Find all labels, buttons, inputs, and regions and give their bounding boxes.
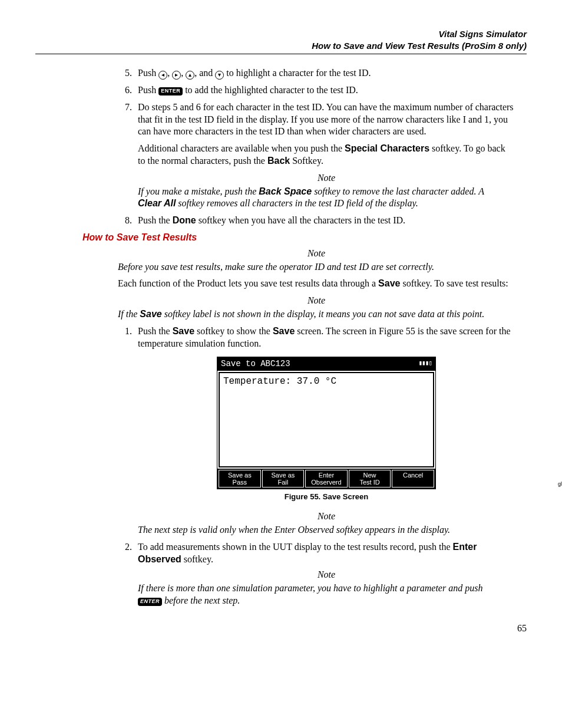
step-7: Do steps 5 and 6 for each character in t… [134,101,515,210]
softkey-new-test-id: NewTest ID [349,470,391,487]
doc-subtitle: How to Save and View Test Results (ProSi… [35,40,527,52]
body-content: Push ◂, ▸, ▴, and ▾ to highlight a chara… [118,67,515,607]
figure-caption: Figure 55. Save Screen [138,492,515,502]
softkey-save-fail: Save asFail [262,470,305,487]
note-3-label: Note [118,295,515,307]
header-rule [35,54,527,54]
step-7-p2: Additional characters are available when… [138,143,515,167]
note-2-label: Note [118,248,515,260]
softkey-enter-observed: EnterObserverd [305,470,348,487]
note-1-body: If you make a mistake, push the Back Spa… [138,186,515,210]
step-5: Push ◂, ▸, ▴, and ▾ to highlight a chara… [134,67,515,80]
screen-titlebar: Save to ABC123 ▮▮▮▯ [217,357,435,370]
note-5-label: Note [138,569,515,581]
save-screen: Save to ABC123 ▮▮▮▯ Temperature: 37.0 °C… [217,357,436,489]
up-arrow-icon: ▴ [186,71,194,80]
step-7-p1: Do steps 5 and 6 for each character in t… [138,101,515,138]
save-step-1: Push the Save softkey to show the Save s… [134,325,515,536]
doc-title: Vital Signs Simulator [35,28,527,40]
down-arrow-icon: ▾ [215,71,224,80]
step-list-a: Push ◂, ▸, ▴, and ▾ to highlight a chara… [118,67,515,227]
note-4-body: The next step is valid only when the Ent… [138,524,515,536]
battery-icon: ▮▮▮▯ [419,359,432,367]
note-3-body: If the Save softkey label is not shown i… [118,308,515,321]
softkey-row: Save asPass Save asFail EnterObserverd N… [217,469,435,489]
softkey-save-pass: Save asPass [219,470,261,487]
save-step-list: Push the Save softkey to show the Save s… [118,325,515,607]
screen-body: Temperature: 37.0 °C [219,372,434,467]
section-title: How to Save Test Results [82,232,515,244]
note-2-body: Before you save test results, make sure … [118,261,515,274]
enter-key-icon: ENTER [138,598,162,606]
step-8: Push the Done softkey when you have all … [134,215,515,227]
note-5-body: If there is more than one simulation par… [138,582,515,607]
right-arrow-icon: ▸ [172,71,181,80]
softkey-cancel: Cancel [392,470,434,487]
figure-55: Save to ABC123 ▮▮▮▯ Temperature: 37.0 °C… [138,357,515,487]
page-number: 65 [35,622,527,635]
doc-header: Vital Signs Simulator How to Save and Vi… [35,28,527,51]
save-intro: Each function of the Product lets you sa… [118,278,515,290]
left-arrow-icon: ◂ [158,71,167,80]
note-4-label: Note [138,510,515,523]
enter-key-icon: ENTER [158,87,183,95]
step-6: Push ENTER to add the highlighted charac… [134,84,515,97]
save-step-2: To add measurements shown in the UUT dis… [134,541,515,607]
note-1-label: Note [138,172,515,185]
